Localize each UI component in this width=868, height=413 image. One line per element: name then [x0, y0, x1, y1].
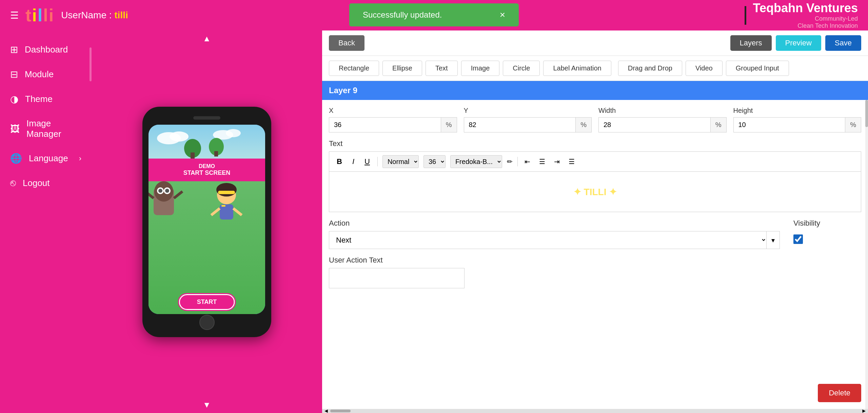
svg-rect-19 — [220, 204, 233, 220]
align-justify-button[interactable]: ☰ — [567, 156, 577, 167]
save-button[interactable]: Save — [825, 35, 861, 51]
start-button[interactable]: START — [179, 294, 235, 310]
back-button[interactable]: Back — [329, 35, 364, 51]
text-canvas: ✦ TILLI ✦ — [329, 171, 861, 212]
style-select[interactable]: Normal — [382, 155, 419, 168]
toast-close-button[interactable]: × — [500, 9, 505, 20]
phone-start-screen: START SCREEN — [153, 169, 260, 177]
text-toolbar: B I U Normal 36 Fredoka-B... ✏ — [329, 151, 861, 171]
circle-button[interactable]: Circle — [503, 61, 540, 76]
sidebar-item-logout[interactable]: ⎋ Logout — [0, 171, 92, 195]
phone-container: ▲ — [92, 30, 322, 413]
y-label: Y — [464, 107, 592, 115]
x-input[interactable] — [329, 117, 441, 132]
sky-svg — [149, 125, 265, 159]
phone-speaker — [193, 116, 220, 120]
underline-button[interactable]: U — [362, 156, 373, 167]
svg-line-14 — [149, 191, 154, 198]
grouped-input-button[interactable]: Grouped Input — [726, 61, 789, 76]
x-label: X — [329, 107, 457, 115]
sidebar-item-label: Language — [29, 153, 68, 164]
image-button[interactable]: Image — [461, 61, 500, 76]
svg-rect-7 — [214, 151, 218, 157]
text-label: Text — [329, 139, 861, 148]
bold-button[interactable]: B — [334, 156, 345, 167]
dashboard-icon: ⊞ — [10, 44, 18, 55]
y-unit: % — [575, 117, 592, 132]
user-action-section: User Action Text — [329, 256, 861, 288]
action-select-row: Next ▾ — [329, 231, 780, 249]
home-button[interactable] — [199, 315, 215, 330]
svg-point-13 — [165, 189, 169, 193]
layer-name: Layer 9 — [329, 86, 357, 95]
x-unit: % — [441, 117, 457, 132]
sidebar-item-label: Logout — [23, 178, 50, 188]
svg-line-15 — [174, 191, 182, 198]
editor-scroll-thumb — [865, 100, 868, 127]
y-input[interactable] — [464, 117, 576, 132]
sidebar-item-language[interactable]: 🌐 Language › — [0, 146, 92, 171]
text-button[interactable]: Text — [426, 61, 458, 76]
action-select[interactable]: Next — [329, 231, 766, 249]
italic-button[interactable]: I — [350, 156, 357, 167]
horizontal-scrollbar[interactable]: ◄ ► — [322, 409, 868, 413]
editor-actions: Layers Preview Save — [730, 35, 861, 51]
sidebar-item-image-manager[interactable]: 🖼 Image Manager — [0, 111, 92, 146]
hamburger-icon[interactable]: ☰ — [10, 10, 19, 21]
divider2 — [517, 157, 518, 166]
scroll-up-icon[interactable]: ▲ — [203, 34, 211, 43]
visibility-checkbox[interactable] — [793, 234, 803, 244]
sidebar-item-theme[interactable]: ◑ Theme — [0, 87, 92, 111]
editor-scrollbar[interactable] — [865, 100, 868, 409]
scroll-down-icon[interactable]: ▼ — [203, 400, 211, 410]
width-field-group: Width % — [598, 107, 727, 132]
sidebar-item-label: Image Manager — [26, 118, 81, 139]
delete-button[interactable]: Delete — [818, 384, 861, 402]
align-left-button[interactable]: ⇤ — [522, 156, 532, 167]
align-right-button[interactable]: ⇥ — [552, 156, 562, 167]
layers-button[interactable]: Layers — [730, 35, 772, 51]
sidebar-item-module[interactable]: ⊟ Module — [0, 62, 92, 87]
success-toast: Successfully updated. × — [349, 3, 519, 26]
user-action-input[interactable] — [329, 268, 465, 288]
layer-header: Layer 9 — [322, 81, 868, 100]
height-input-row: % — [733, 117, 862, 132]
visibility-group: Visibility — [793, 219, 861, 245]
preview-button[interactable]: Preview — [776, 35, 821, 51]
sidebar-item-label: Module — [25, 69, 54, 80]
action-dropdown-button[interactable]: ▾ — [766, 231, 780, 249]
rectangle-button[interactable]: Rectangle — [329, 61, 379, 76]
ellipse-button[interactable]: Ellipse — [382, 61, 422, 76]
content-area: ▲ — [92, 30, 868, 413]
main-layout: ⊞ Dashboard ⊟ Module ◑ Theme 🖼 Image Man… — [0, 30, 868, 413]
phone-demo-text: DEMO — [153, 163, 260, 169]
x-field-group: X % — [329, 107, 457, 132]
svg-rect-5 — [191, 152, 195, 159]
size-select[interactable]: 36 — [423, 155, 446, 168]
y-input-row: % — [464, 117, 592, 132]
height-input[interactable] — [733, 117, 845, 132]
width-unit: % — [710, 117, 727, 132]
text-section: Text B I U Normal 36 Fredoka-B... — [329, 139, 861, 212]
pencil-icon[interactable]: ✏ — [507, 158, 513, 166]
horiz-scroll-thumb — [330, 410, 351, 412]
svg-point-1 — [170, 131, 189, 142]
svg-line-20 — [211, 208, 220, 215]
sidebar-item-label: Dashboard — [25, 44, 68, 55]
sidebar-item-dashboard[interactable]: ⊞ Dashboard — [0, 37, 92, 62]
font-select[interactable]: Fredoka-B... — [450, 155, 502, 168]
height-field-group: Height % — [733, 107, 862, 132]
coords-row: X % Y % Width — [329, 107, 861, 132]
drag-and-drop-button[interactable]: Drag and Drop — [618, 61, 682, 76]
width-label: Width — [598, 107, 727, 115]
width-input-row: % — [598, 117, 727, 132]
sidebar: ⊞ Dashboard ⊟ Module ◑ Theme 🖼 Image Man… — [0, 30, 92, 413]
toast-message: Successfully updated. — [363, 10, 442, 20]
width-input[interactable] — [598, 117, 710, 132]
divider — [377, 157, 378, 166]
label-animation-button[interactable]: Label Animation — [543, 61, 611, 76]
align-center-button[interactable]: ☰ — [537, 156, 547, 167]
video-button[interactable]: Video — [686, 61, 723, 76]
phone-sky — [149, 125, 265, 159]
svg-rect-22 — [221, 205, 225, 207]
